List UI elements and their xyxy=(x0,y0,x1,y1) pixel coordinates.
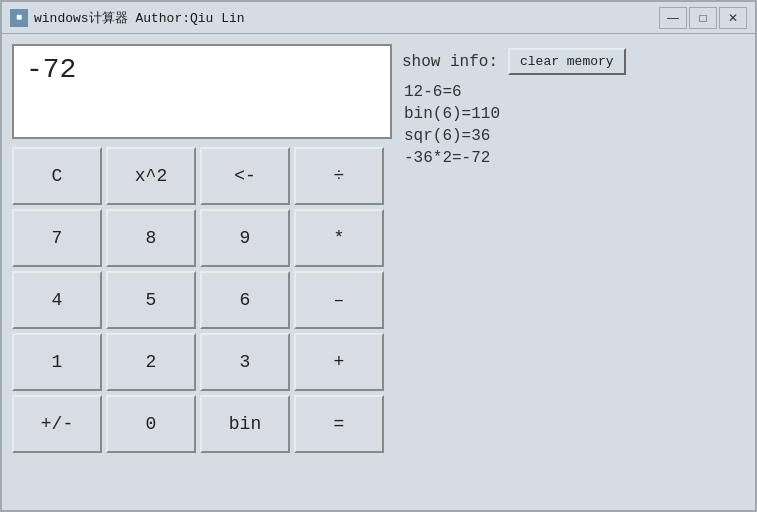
add-btn[interactable]: + xyxy=(294,333,384,391)
divide-btn[interactable]: ÷ xyxy=(294,147,384,205)
info-line-2: sqr(6)=36 xyxy=(404,127,745,145)
maximize-button[interactable]: □ xyxy=(689,7,717,29)
one-btn[interactable]: 1 xyxy=(12,333,102,391)
app-icon: ■ xyxy=(10,9,28,27)
seven-btn[interactable]: 7 xyxy=(12,209,102,267)
eight-btn[interactable]: 8 xyxy=(106,209,196,267)
info-lines: 12-6=6bin(6)=110sqr(6)=36-36*2=-72 xyxy=(402,83,745,167)
multiply-btn[interactable]: * xyxy=(294,209,384,267)
equals-btn[interactable]: = xyxy=(294,395,384,453)
three-btn[interactable]: 3 xyxy=(200,333,290,391)
five-btn[interactable]: 5 xyxy=(106,271,196,329)
display-value: -72 xyxy=(26,54,76,85)
two-btn[interactable]: 2 xyxy=(106,333,196,391)
sign-btn[interactable]: +/- xyxy=(12,395,102,453)
minimize-button[interactable]: — xyxy=(659,7,687,29)
bin-btn[interactable]: bin xyxy=(200,395,290,453)
buttons-grid: Cx^2<-÷789*456–123++/-0bin= xyxy=(12,147,392,453)
backspace-btn[interactable]: <- xyxy=(200,147,290,205)
window-title: windows计算器 Author:Qiu Lin xyxy=(34,9,659,27)
info-top-row: show info: clear memory xyxy=(402,48,745,75)
zero-btn[interactable]: 0 xyxy=(106,395,196,453)
clear-memory-button[interactable]: clear memory xyxy=(508,48,626,75)
content-area: -72 Cx^2<-÷789*456–123++/-0bin= show inf… xyxy=(2,34,755,510)
info-line-0: 12-6=6 xyxy=(404,83,745,101)
main-window: ■ windows计算器 Author:Qiu Lin — □ ✕ -72 Cx… xyxy=(0,0,757,512)
clear-btn[interactable]: C xyxy=(12,147,102,205)
four-btn[interactable]: 4 xyxy=(12,271,102,329)
nine-btn[interactable]: 9 xyxy=(200,209,290,267)
square-btn[interactable]: x^2 xyxy=(106,147,196,205)
show-info-label: show info: xyxy=(402,53,498,71)
display-screen: -72 xyxy=(12,44,392,139)
subtract-btn[interactable]: – xyxy=(294,271,384,329)
info-line-1: bin(6)=110 xyxy=(404,105,745,123)
info-panel: show info: clear memory 12-6=6bin(6)=110… xyxy=(402,44,745,500)
title-bar: ■ windows计算器 Author:Qiu Lin — □ ✕ xyxy=(2,2,755,34)
window-controls: — □ ✕ xyxy=(659,7,747,29)
six-btn[interactable]: 6 xyxy=(200,271,290,329)
close-button[interactable]: ✕ xyxy=(719,7,747,29)
calculator-panel: -72 Cx^2<-÷789*456–123++/-0bin= xyxy=(12,44,392,500)
info-line-3: -36*2=-72 xyxy=(404,149,745,167)
